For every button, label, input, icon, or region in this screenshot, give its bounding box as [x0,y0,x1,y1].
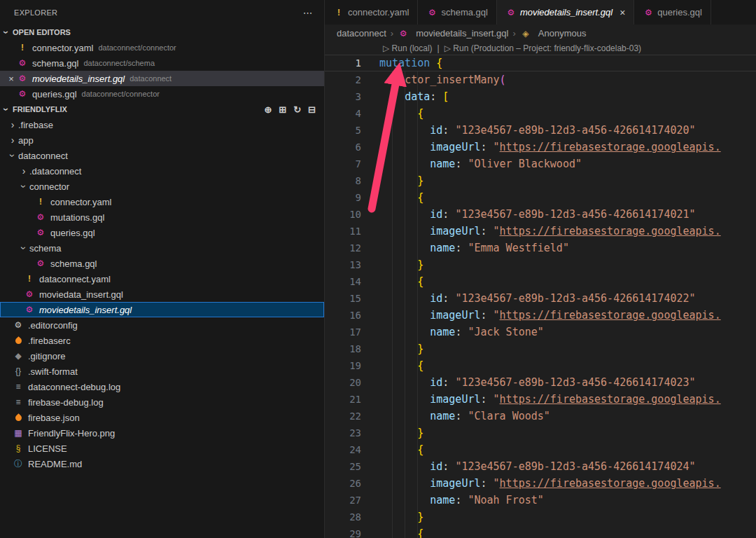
tab-queries.gql[interactable]: ⚙queries.gql [634,0,711,25]
line-number: 7 [325,156,361,172]
tree-item-mutations.gql[interactable]: ⚙mutations.gql [0,209,324,225]
code-line-12[interactable]: 12 name: "Emma Westfield" [325,240,756,256]
code-line-21[interactable]: 21 imageUrl: "https://firebasestorage.go… [325,391,756,408]
code-line-25[interactable]: 25 id: "123e4567-e89b-12d3-a456-42661417… [325,458,756,475]
code-line-22[interactable]: 22 name: "Clara Woods" [325,408,756,425]
open-editors-header[interactable]: › OPEN EDITORS [0,25,324,40]
tree-item-dataconnect.yaml[interactable]: !dataconnect.yaml [0,271,324,287]
code-line-26[interactable]: 26 imageUrl: "https://firebasestorage.go… [325,475,756,492]
line-number: 9 [325,189,361,206]
item-label: connector.yaml [50,197,111,207]
breadcrumb-item-moviedetails_insert.gql[interactable]: ⚙moviedetails_insert.gql [398,28,508,39]
tree-item-FriendlyFlix-Hero.png[interactable]: ▦FriendlyFlix-Hero.png [0,425,324,441]
diamond-icon: ◆ [13,350,24,361]
tree-item-app[interactable]: ›app [0,132,324,148]
code-line-11[interactable]: 11 imageUrl: "https://firebasestorage.go… [325,223,756,240]
tree-item-.editorconfig[interactable]: ⚙.editorconfig [0,317,324,333]
tab-moviedetails_insert.gql[interactable]: ⚙moviedetails_insert.gql× [497,0,634,25]
file-description: dataconnect/connector [82,90,160,98]
open-editors-list: !connector.yamldataconnect/connector⚙sch… [0,40,324,102]
open-editor-moviedetails_insert.gql[interactable]: ×⚙moviedetails_insert.gqldataconnect [0,71,324,86]
code-line-4[interactable]: 4 { [325,105,756,122]
new-folder-icon[interactable]: ⊞ [279,104,286,115]
file-name: connector.yaml [32,43,93,53]
breadcrumb-item-dataconnect[interactable]: dataconnect [337,28,386,39]
tree-item-schema[interactable]: ›schema [0,240,324,256]
code-line-28[interactable]: 28 } [325,509,756,525]
tree-item-README.md[interactable]: ⓘREADME.md [0,456,324,471]
code-line-5[interactable]: 5 id: "123e4567-e89b-12d3-a456-426614174… [325,122,756,139]
refresh-icon[interactable]: ↻ [293,104,301,115]
graphql-icon: ⚙ [505,7,517,18]
line-content: name: "Emma Westfield" [379,240,569,256]
code-line-27[interactable]: 27 name: "Noah Frost" [325,492,756,509]
collapse-all-icon[interactable]: ⊟ [308,104,316,115]
code-line-9[interactable]: 9 { [325,189,756,206]
code-line-17[interactable]: 17 name: "Jack Stone" [325,324,756,340]
code-line-29[interactable]: 29 { [325,525,756,538]
tree-item-firebase.json[interactable]: firebase.json [0,410,324,425]
workspace-header[interactable]: › FRIENDLYFLIX ⊕⊞↻⊟ [0,102,324,117]
editor-group: !connector.yaml⚙schema.gql⚙moviedetails_… [325,0,756,538]
code-editor[interactable]: 1mutation {2 ctor_insertMany(3 data: [4 … [325,55,756,538]
code-line-3[interactable]: 3 data: [ [325,88,756,105]
graphql-icon: ⚙ [398,28,409,39]
flame-icon [13,412,24,423]
code-line-18[interactable]: 18 } [325,340,756,357]
code-line-13[interactable]: 13 } [325,256,756,273]
open-editor-queries.gql[interactable]: ⚙queries.gqldataconnect/connector [0,86,324,102]
run-local-link[interactable]: ▷ Run (local) [383,43,433,53]
tree-item-.gitignore[interactable]: ◆.gitignore [0,348,324,364]
tree-item-.dataconnect[interactable]: ›.dataconnect [0,163,324,179]
tree-item-connector.yaml[interactable]: !connector.yaml [0,194,324,209]
code-line-23[interactable]: 23 } [325,425,756,441]
close-icon[interactable]: × [6,74,17,84]
item-label: connector [29,181,69,192]
breadcrumb-item-Anonymous[interactable]: ◈Anonymous [520,28,587,39]
code-line-24[interactable]: 24 { [325,441,756,458]
code-line-16[interactable]: 16 imageUrl: "https://firebasestorage.go… [325,307,756,324]
line-number: 17 [325,324,361,340]
line-number: 22 [325,408,361,425]
tab-label: moviedetails_insert.gql [520,7,612,18]
file-name: queries.gql [32,89,77,99]
tree-item-schema.gql[interactable]: ⚙schema.gql [0,256,324,271]
tree-item-connector[interactable]: ›connector [0,179,324,194]
tree-item-dataconnect-debug.log[interactable]: ≡dataconnect-debug.log [0,379,324,394]
line-number: 27 [325,492,361,509]
tree-item-.swift-format[interactable]: {}.swift-format [0,364,324,379]
tree-item-moviedetails_insert.gql[interactable]: ⚙moviedetails_insert.gql [0,302,324,317]
code-line-6[interactable]: 6 imageUrl: "https://firebasestorage.goo… [325,139,756,156]
open-editor-connector.yaml[interactable]: !connector.yamldataconnect/connector [0,40,324,55]
code-line-1[interactable]: 1mutation { [325,55,756,71]
code-line-14[interactable]: 14 { [325,273,756,290]
tree-item-.firebaserc[interactable]: .firebaserc [0,333,324,348]
code-line-20[interactable]: 20 id: "123e4567-e89b-12d3-a456-42661417… [325,374,756,391]
tab-connector.yaml[interactable]: !connector.yaml [325,0,418,25]
tree-item-.firebase[interactable]: ›.firebase [0,117,324,132]
code-line-10[interactable]: 10 id: "123e4567-e89b-12d3-a456-42661417… [325,206,756,223]
tab-schema.gql[interactable]: ⚙schema.gql [418,0,496,25]
tree-item-dataconnect[interactable]: ›dataconnect [0,148,324,163]
line-number: 6 [325,139,361,156]
more-actions-icon[interactable]: ⋯ [303,7,313,18]
tree-item-moviedata_insert.gql[interactable]: ⚙moviedata_insert.gql [0,287,324,302]
tab-label: connector.yaml [348,7,409,18]
tree-item-firebase-debug.log[interactable]: ≡firebase-debug.log [0,394,324,410]
code-line-2[interactable]: 2 ctor_insertMany( [325,71,756,88]
line-number: 15 [325,290,361,307]
close-icon[interactable]: × [620,7,625,18]
run-production-link[interactable]: ▷ Run (Production – Project: friendly-fl… [444,43,641,53]
tree-item-queries.gql[interactable]: ⚙queries.gql [0,225,324,240]
open-editor-schema.gql[interactable]: ⚙schema.gqldataconnect/schema [0,55,324,71]
code-line-15[interactable]: 15 id: "123e4567-e89b-12d3-a456-42661417… [325,290,756,307]
code-line-7[interactable]: 7 name: "Oliver Blackwood" [325,156,756,172]
chevron-down-icon: › [18,181,29,192]
line-number: 11 [325,223,361,240]
vscode-window: EXPLORER ⋯ › OPEN EDITORS !connector.yam… [0,0,756,538]
code-line-8[interactable]: 8 } [325,172,756,189]
item-label: moviedata_insert.gql [39,289,123,300]
tree-item-LICENSE[interactable]: §LICENSE [0,441,324,456]
code-line-19[interactable]: 19 { [325,357,756,374]
new-file-icon[interactable]: ⊕ [264,104,272,115]
